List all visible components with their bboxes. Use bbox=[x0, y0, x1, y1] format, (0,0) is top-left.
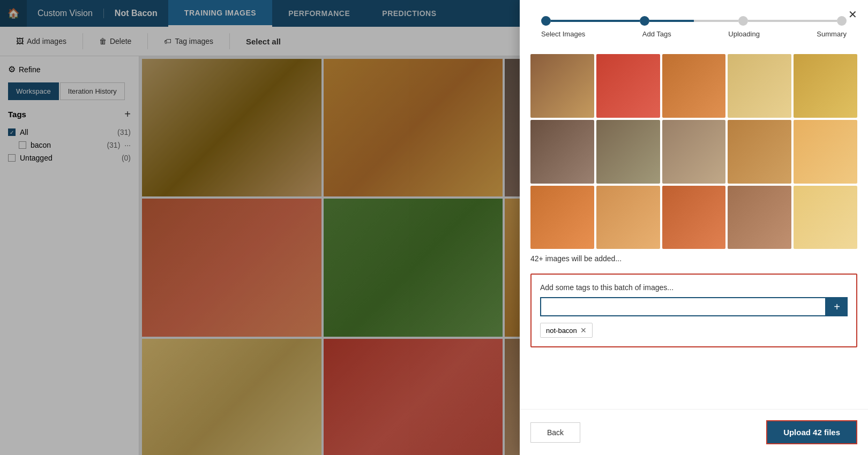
step-line-2 bbox=[649, 20, 738, 22]
tag-input[interactable] bbox=[540, 297, 826, 316]
thumb-cell-1 bbox=[596, 54, 660, 118]
wizard-label-1: Select Images bbox=[541, 30, 585, 38]
step-line-3 bbox=[748, 20, 837, 22]
panel-footer: Back Upload 42 files bbox=[520, 409, 868, 455]
step-dot-2 bbox=[640, 16, 649, 26]
thumb-cell-6 bbox=[596, 120, 660, 184]
thumb-cell-14 bbox=[794, 186, 857, 249]
tag-chip-remove[interactable]: ✕ bbox=[580, 326, 587, 335]
thumb-cell-3 bbox=[728, 54, 791, 118]
images-count-text: 42+ images will be added... bbox=[520, 254, 868, 268]
step-line-1 bbox=[551, 20, 640, 22]
tags-add-label: Add some tags to this batch of images... bbox=[540, 283, 848, 292]
close-button[interactable]: ✕ bbox=[848, 8, 857, 21]
wizard-track bbox=[541, 16, 847, 26]
thumb-cell-0 bbox=[530, 54, 594, 118]
thumb-cell-5 bbox=[530, 120, 594, 184]
tags-add-section: Add some tags to this batch of images...… bbox=[530, 274, 857, 347]
upload-panel: ✕ Select Images Add Tags Uploading Summa… bbox=[520, 0, 868, 455]
tag-input-row: + bbox=[540, 297, 848, 316]
thumb-cell-2 bbox=[662, 54, 726, 118]
thumb-cell-8 bbox=[728, 120, 791, 184]
wizard-label-4: Summary bbox=[817, 30, 847, 38]
back-button[interactable]: Back bbox=[530, 422, 580, 443]
thumb-cell-9 bbox=[794, 120, 857, 184]
thumb-grid bbox=[530, 54, 857, 249]
wizard-label-2: Add Tags bbox=[642, 30, 671, 38]
wizard-label-3: Uploading bbox=[728, 30, 760, 38]
tag-add-button[interactable]: + bbox=[826, 297, 848, 316]
step-dot-3 bbox=[738, 16, 748, 26]
tag-chips: not-bacon ✕ bbox=[540, 323, 848, 338]
step-dot-1 bbox=[541, 16, 551, 26]
thumb-cell-12 bbox=[662, 186, 726, 249]
thumb-cell-11 bbox=[596, 186, 660, 249]
upload-button[interactable]: Upload 42 files bbox=[766, 420, 857, 444]
tag-chip-not-bacon: not-bacon ✕ bbox=[540, 323, 593, 338]
wizard-labels: Select Images Add Tags Uploading Summary bbox=[541, 30, 847, 38]
wizard-steps: Select Images Add Tags Uploading Summary bbox=[520, 0, 868, 49]
thumb-cell-7 bbox=[662, 120, 726, 184]
thumb-cell-4 bbox=[794, 54, 857, 118]
thumb-cell-10 bbox=[530, 186, 594, 249]
thumb-cell-13 bbox=[728, 186, 791, 249]
tag-chip-label: not-bacon bbox=[546, 327, 577, 335]
step-dot-4 bbox=[837, 16, 847, 26]
